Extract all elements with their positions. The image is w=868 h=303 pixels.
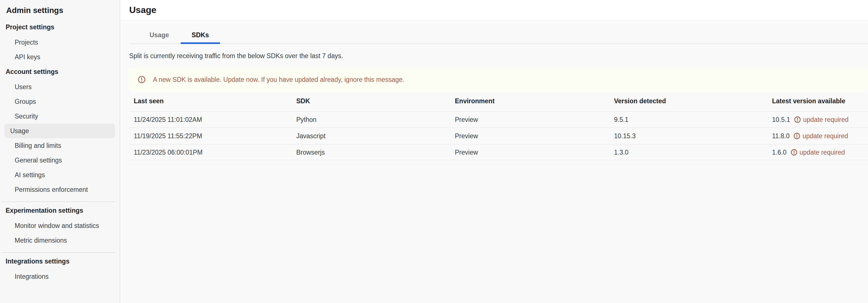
section-header-integrations-settings: Integrations settings <box>6 257 120 266</box>
update-required-label: update required <box>803 116 848 123</box>
tab-bar: Usage SDKs <box>129 21 868 44</box>
latest-version-value: 10.5.1 <box>772 116 790 123</box>
cell-sdk: Javascript <box>296 132 455 140</box>
update-required-link[interactable]: update required <box>794 132 848 140</box>
sidebar-item-ai-settings[interactable]: AI settings <box>4 168 115 182</box>
section-header-account-settings: Account settings <box>6 68 120 76</box>
cell-latest-version: 11.8.0 update required <box>772 132 868 140</box>
admin-settings-page: Admin settings Project settings Projects… <box>0 0 868 303</box>
sidebar-divider <box>2 252 115 253</box>
table-row: 11/23/2025 06:00:01PM Browserjs Preview … <box>129 144 868 160</box>
latest-version-value: 1.6.0 <box>772 149 786 155</box>
cell-latest-version: 1.6.0 update required <box>772 149 868 155</box>
update-required-label: update required <box>803 132 848 140</box>
cell-last-seen: 11/24/2025 11:01:02AM <box>134 116 296 123</box>
page-header: Usage <box>120 0 868 21</box>
alert-circle-icon <box>790 149 797 155</box>
sidebar-divider <box>2 202 115 202</box>
sidebar-item-security[interactable]: Security <box>4 109 115 124</box>
column-header-environment: Environment <box>455 98 614 104</box>
sdk-table: Last seen SDK Environment Version detect… <box>129 91 868 160</box>
banner-message: A new SDK is available. Update now. If y… <box>153 76 404 83</box>
cell-version-detected: 9.5.1 <box>614 116 772 123</box>
update-required-link[interactable]: update required <box>790 149 845 155</box>
cell-environment: Preview <box>455 132 614 140</box>
column-header-latest-version-available: Latest version available <box>772 98 868 104</box>
sidebar-item-users[interactable]: Users <box>4 80 115 94</box>
sidebar-item-api-keys[interactable]: API keys <box>4 50 115 64</box>
column-header-sdk: SDK <box>296 98 455 104</box>
latest-version-value: 11.8.0 <box>772 132 789 140</box>
alert-circle-icon <box>138 75 146 83</box>
update-required-label: update required <box>799 149 845 155</box>
sidebar-item-usage[interactable]: Usage <box>4 124 115 138</box>
sidebar-item-permissions-enforcement[interactable]: Permissions enforcement <box>4 182 115 197</box>
sidebar-item-projects[interactable]: Projects <box>4 35 115 50</box>
cell-last-seen: 11/23/2025 06:00:01PM <box>134 149 296 155</box>
update-required-link[interactable]: update required <box>794 116 848 123</box>
sidebar-item-billing-and-limits[interactable]: Billing and limits <box>4 138 115 153</box>
column-header-version-detected: Version detected <box>614 98 772 104</box>
alert-circle-icon <box>794 116 801 123</box>
sdk-traffic-description: Split is currently receiving traffic fro… <box>129 52 868 60</box>
section-header-project-settings: Project settings <box>6 23 120 32</box>
cell-sdk: Browserjs <box>296 149 455 155</box>
table-row: 11/19/2025 11:55:22PM Javascript Preview… <box>129 127 868 144</box>
column-header-last-seen: Last seen <box>134 98 296 104</box>
sdk-update-warning-banner: A new SDK is available. Update now. If y… <box>129 68 868 91</box>
tab-sdks[interactable]: SDKs <box>180 32 220 43</box>
section-header-experimentation-settings: Experimentation settings <box>6 207 120 215</box>
sidebar-item-groups[interactable]: Groups <box>4 94 115 109</box>
main-content: Usage Usage SDKs Split is currently rece… <box>120 0 868 303</box>
table-row: 11/24/2025 11:01:02AM Python Preview 9.5… <box>129 111 868 127</box>
sidebar-item-monitor-window-and-statistics[interactable]: Monitor window and statistics <box>4 218 115 233</box>
cell-environment: Preview <box>455 149 614 155</box>
table-header-row: Last seen SDK Environment Version detect… <box>129 91 868 111</box>
cell-latest-version: 10.5.1 update required <box>772 116 868 123</box>
cell-version-detected: 1.3.0 <box>614 149 772 155</box>
cell-environment: Preview <box>455 116 614 123</box>
cell-sdk: Python <box>296 116 455 123</box>
sidebar-item-general-settings[interactable]: General settings <box>4 153 115 168</box>
tab-usage[interactable]: Usage <box>138 32 180 43</box>
page-title: Usage <box>129 5 156 15</box>
cell-last-seen: 11/19/2025 11:55:22PM <box>134 132 296 140</box>
cell-version-detected: 10.15.3 <box>614 132 772 140</box>
sidebar-title: Admin settings <box>6 6 120 15</box>
sidebar: Admin settings Project settings Projects… <box>0 0 120 303</box>
sidebar-item-metric-dimensions[interactable]: Metric dimensions <box>4 233 115 248</box>
alert-circle-icon <box>794 132 800 140</box>
sidebar-item-integrations[interactable]: Integrations <box>4 269 115 284</box>
